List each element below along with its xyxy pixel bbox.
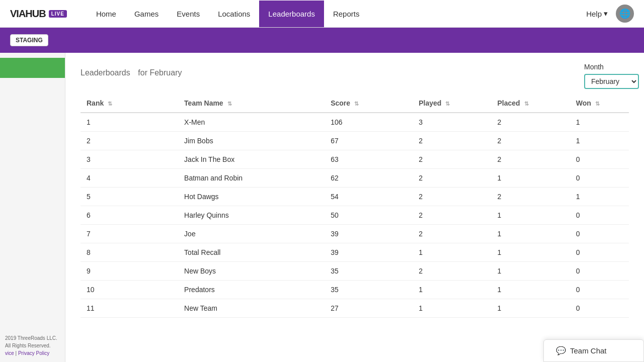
chat-icon: 💬 bbox=[556, 346, 566, 355]
cell-won: 0 bbox=[570, 206, 629, 225]
col-placed-header[interactable]: Placed ⇅ bbox=[491, 94, 570, 113]
cell-played: 2 bbox=[413, 206, 491, 225]
cell-played: 2 bbox=[413, 150, 491, 169]
cell-score: 67 bbox=[325, 132, 413, 150]
globe-icon[interactable]: 🌐 bbox=[616, 5, 634, 23]
chevron-down-icon: ▾ bbox=[604, 9, 608, 18]
cell-team: Harley Quinns bbox=[178, 206, 325, 225]
cell-placed: 2 bbox=[491, 188, 570, 206]
cell-placed: 2 bbox=[491, 150, 570, 169]
placed-sort-icon: ⇅ bbox=[524, 101, 529, 107]
cell-rank: 3 bbox=[80, 150, 178, 169]
help-button[interactable]: Help ▾ bbox=[586, 9, 608, 18]
table-header-row: Rank ⇅ Team Name ⇅ Score ⇅ Played ⇅ bbox=[80, 94, 629, 113]
nav-games[interactable]: Games bbox=[125, 1, 168, 27]
cell-won: 0 bbox=[570, 262, 629, 281]
cell-rank: 4 bbox=[80, 169, 178, 188]
nav-links: Home Games Events Locations Leaderboards… bbox=[87, 1, 586, 27]
cell-score: 39 bbox=[325, 243, 413, 262]
cell-won: 0 bbox=[570, 281, 629, 299]
team-chat-label: Team Chat bbox=[570, 346, 607, 355]
cell-placed: 1 bbox=[491, 299, 570, 318]
sidebar: 2019 ThreeRoads LLC. All Rights Reserved… bbox=[0, 53, 65, 362]
cell-placed: 2 bbox=[491, 113, 570, 132]
table-row: 4 Batman and Robin 62 2 1 0 bbox=[80, 169, 629, 188]
cell-team: Total Recall bbox=[178, 243, 325, 262]
cell-placed: 2 bbox=[491, 132, 570, 150]
cell-placed: 1 bbox=[491, 243, 570, 262]
cell-placed: 1 bbox=[491, 225, 570, 243]
cell-played: 2 bbox=[413, 169, 491, 188]
sidebar-footer: 2019 ThreeRoads LLC. All Rights Reserved… bbox=[0, 329, 62, 362]
cell-played: 2 bbox=[413, 188, 491, 206]
cell-team: Joe bbox=[178, 225, 325, 243]
cell-team: Hot Dawgs bbox=[178, 188, 325, 206]
nav-events[interactable]: Events bbox=[168, 1, 209, 27]
cell-score: 54 bbox=[325, 188, 413, 206]
month-select[interactable]: February January March April May June Ju… bbox=[584, 74, 639, 89]
cell-placed: 1 bbox=[491, 281, 570, 299]
navbar: VIAHUB LIVE Home Games Events Locations … bbox=[0, 0, 644, 28]
cell-score: 35 bbox=[325, 262, 413, 281]
cell-rank: 10 bbox=[80, 281, 178, 299]
cell-played: 1 bbox=[413, 281, 491, 299]
copyright-text: 2019 ThreeRoads LLC. bbox=[5, 334, 57, 342]
privacy-link[interactable]: Privacy Policy bbox=[18, 350, 49, 356]
staging-badge: STAGING bbox=[10, 34, 48, 46]
col-played-header[interactable]: Played ⇅ bbox=[413, 94, 491, 113]
cell-score: 50 bbox=[325, 206, 413, 225]
cell-won: 0 bbox=[570, 225, 629, 243]
cell-team: Predators bbox=[178, 281, 325, 299]
cell-rank: 11 bbox=[80, 299, 178, 318]
cell-team: New Boys bbox=[178, 262, 325, 281]
cell-team: X-Men bbox=[178, 113, 325, 132]
nav-reports[interactable]: Reports bbox=[324, 1, 369, 27]
won-sort-icon: ⇅ bbox=[595, 101, 600, 107]
cell-placed: 1 bbox=[491, 206, 570, 225]
col-rank-header[interactable]: Rank ⇅ bbox=[80, 94, 178, 113]
col-team-header[interactable]: Team Name ⇅ bbox=[178, 94, 325, 113]
sidebar-green-bar bbox=[0, 58, 65, 78]
cell-rank: 5 bbox=[80, 188, 178, 206]
table-row: 3 Jack In The Box 63 2 2 0 bbox=[80, 150, 629, 169]
table-header: Rank ⇅ Team Name ⇅ Score ⇅ Played ⇅ bbox=[80, 94, 629, 113]
cell-played: 2 bbox=[413, 262, 491, 281]
cell-won: 1 bbox=[570, 113, 629, 132]
table-row: 5 Hot Dawgs 54 2 2 1 bbox=[80, 188, 629, 206]
nav-home[interactable]: Home bbox=[87, 1, 125, 27]
table-row: 2 Jim Bobs 67 2 2 1 bbox=[80, 132, 629, 150]
team-sort-icon: ⇅ bbox=[227, 101, 232, 107]
table-row: 10 Predators 35 1 1 0 bbox=[80, 281, 629, 299]
cell-score: 39 bbox=[325, 225, 413, 243]
main-content: Month February January March April May J… bbox=[65, 53, 644, 362]
service-link[interactable]: vice bbox=[5, 350, 14, 356]
table-row: 6 Harley Quinns 50 2 1 0 bbox=[80, 206, 629, 225]
table-body: 1 X-Men 106 3 2 1 2 Jim Bobs 67 2 2 1 3 … bbox=[80, 113, 629, 318]
cell-rank: 8 bbox=[80, 243, 178, 262]
table-row: 7 Joe 39 2 1 0 bbox=[80, 225, 629, 243]
brand: VIAHUB LIVE bbox=[10, 8, 67, 20]
col-won-header[interactable]: Won ⇅ bbox=[570, 94, 629, 113]
staging-banner: STAGING bbox=[0, 28, 644, 53]
cell-placed: 1 bbox=[491, 169, 570, 188]
footer-links: vice | Privacy Policy bbox=[5, 349, 57, 357]
cell-rank: 7 bbox=[80, 225, 178, 243]
col-score-header[interactable]: Score ⇅ bbox=[325, 94, 413, 113]
cell-team: New Team bbox=[178, 299, 325, 318]
cell-placed: 1 bbox=[491, 262, 570, 281]
cell-score: 63 bbox=[325, 150, 413, 169]
cell-score: 106 bbox=[325, 113, 413, 132]
cell-rank: 2 bbox=[80, 132, 178, 150]
leaderboard-table: Rank ⇅ Team Name ⇅ Score ⇅ Played ⇅ bbox=[80, 94, 629, 318]
team-chat-button[interactable]: 💬 Team Chat bbox=[543, 339, 644, 362]
table-row: 8 Total Recall 39 1 1 0 bbox=[80, 243, 629, 262]
rank-sort-icon: ⇅ bbox=[108, 101, 112, 107]
nav-leaderboards[interactable]: Leaderboards bbox=[259, 1, 324, 27]
cell-team: Jack In The Box bbox=[178, 150, 325, 169]
table-row: 1 X-Men 106 3 2 1 bbox=[80, 113, 629, 132]
month-selector: Month February January March April May J… bbox=[584, 63, 639, 89]
cell-score: 27 bbox=[325, 299, 413, 318]
nav-locations[interactable]: Locations bbox=[209, 1, 259, 27]
cell-won: 0 bbox=[570, 243, 629, 262]
cell-rank: 6 bbox=[80, 206, 178, 225]
